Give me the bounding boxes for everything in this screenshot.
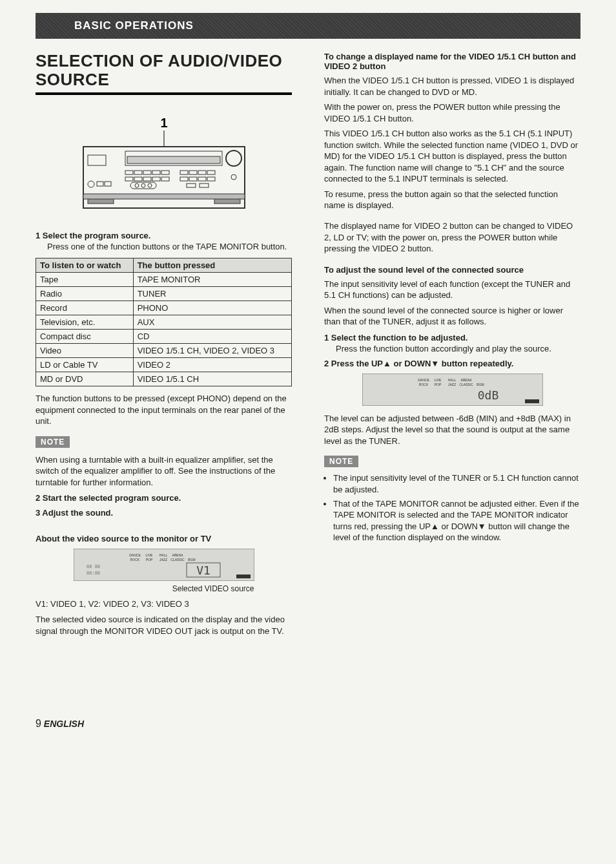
svg-text:88:88: 88:88 [87,571,100,576]
svg-text:DANCE: DANCE [129,553,141,557]
display-caption: Selected VIDEO source [74,584,254,593]
table-row: Compact discCD [36,330,292,344]
svg-text:LIVE: LIVE [434,378,442,382]
left-column: SELECTION OF AUDIO/VIDEO SOURCE 1 [36,45,292,640]
right-p8: The level can be adjusted between -6dB (… [324,413,580,447]
svg-text:ROCK: ROCK [418,383,428,386]
svg-text:JAZZ: JAZZ [448,383,456,386]
table-row: Television, etc.AUX [36,315,292,330]
right-step-1-heading: 1 Select the function to be adjusted. [324,333,580,342]
svg-point-26 [231,174,236,180]
step-3-heading: 3 Adjust the sound. [36,508,292,518]
svg-text:ARENA: ARENA [460,378,472,382]
note-item: That of the TAPE MONITOR cannot be adjus… [333,498,580,543]
step-1-heading: 1 Select the program source. [36,231,292,240]
svg-text:BGM: BGM [188,558,195,562]
svg-rect-18 [198,171,206,174]
right-p3: This VIDEO 1/5.1 CH button also works as… [324,128,580,185]
table-row: LD or Cable TVVIDEO 2 [36,358,292,372]
diagram-callout-number: 1 [160,118,167,130]
source-table: To listen to or watch The button pressed… [36,258,292,386]
change-name-heading: To change a displayed name for the VIDEO… [324,52,580,71]
svg-text:CLASSIC: CLASSIC [170,558,185,562]
svg-text:DANCE: DANCE [418,378,429,382]
svg-rect-7 [134,171,142,174]
page-language: ENGLISH [44,719,84,729]
svg-rect-25 [200,184,209,187]
svg-rect-36 [83,194,245,199]
note-item: The input sensitivity level of the TUNER… [333,472,580,495]
right-p6: The input sensitivity level of each func… [324,279,580,301]
svg-rect-8 [143,171,151,174]
svg-rect-63 [525,399,539,403]
svg-text:JAZZ: JAZZ [159,558,167,562]
note-list-right: The input sensitivity level of the TUNER… [324,472,580,543]
svg-rect-49 [236,574,251,578]
svg-point-27 [88,181,94,187]
step-1-body: Press one of the function buttons or the… [47,242,292,251]
table-row: TapeTAPE MONITOR [36,273,292,287]
svg-text:CLASSIC: CLASSIC [459,383,473,386]
svg-rect-19 [207,171,215,174]
right-p2: With the power on, press the POWER butto… [324,101,580,124]
svg-text:POP: POP [145,558,152,562]
svg-point-32 [141,184,145,187]
svg-text:0dB: 0dB [477,388,498,402]
right-step-1-body: Press the function button accordingly an… [336,344,580,353]
svg-text:HALL: HALL [447,378,456,382]
right-p7: When the sound level of the connected so… [324,305,580,328]
table-row: MD or DVDVIDEO 1/5.1 CH [36,372,292,386]
table-header-button: The button pressed [133,258,291,273]
svg-rect-23 [207,177,215,181]
note-1-text: When using a turntable with a built-in e… [36,454,292,489]
section-banner: BASIC OPERATIONS [36,13,580,39]
svg-rect-22 [198,177,206,181]
svg-text:HALL: HALL [159,553,167,557]
display-panel-level: DANCELIVEHALLARENA ROCKPOPJAZZCLASSICBGM… [362,374,543,408]
note-badge-right: NOTE [324,456,358,467]
svg-point-4 [226,151,241,166]
table-row: RadioTUNER [36,287,292,301]
svg-rect-9 [152,171,160,174]
table-row: VideoVIDEO 1/5.1 CH, VIDEO 2, VIDEO 3 [36,344,292,358]
table-header-listen: To listen to or watch [36,258,134,273]
right-p4: To resume, press the button again so tha… [324,189,580,211]
note-badge: NOTE [36,436,70,448]
video-legend: V1: VIDEO 1, V2: VIDEO 2, V3: VIDEO 3 [36,598,292,610]
svg-text:V1: V1 [196,564,210,577]
svg-rect-16 [180,171,188,174]
page-footer: 9 ENGLISH [36,718,580,730]
about-video-heading: About the video source to the monitor or… [36,534,292,543]
svg-rect-21 [189,177,197,181]
svg-rect-28 [97,182,103,186]
svg-rect-15 [161,177,169,181]
device-diagram: 1 [36,118,292,215]
svg-rect-14 [152,177,160,181]
after-table-note: The function buttons to be pressed (exce… [36,393,292,427]
svg-rect-24 [187,184,196,187]
right-column: To change a displayed name for the VIDEO… [324,45,580,640]
right-p1: When the VIDEO 1/5.1 CH button is presse… [324,75,580,98]
table-row: RecordPHONO [36,301,292,315]
svg-rect-13 [143,177,151,181]
svg-rect-3 [127,156,220,163]
svg-rect-5 [88,155,106,165]
svg-text:ROCK: ROCK [130,558,139,562]
svg-rect-17 [189,171,197,174]
video-paragraph: The selected video source is indicated o… [36,614,292,637]
svg-text:88 88: 88 88 [87,564,100,569]
svg-rect-10 [161,171,169,174]
svg-text:POP: POP [434,383,441,386]
display-panel-video: DANCELIVEHALLARENA ROCKPOPJAZZCLASSICBGM… [74,549,254,593]
step-2-heading: 2 Start the selected program source. [36,493,292,503]
right-step-2-heading: 2 Press the UP▲ or DOWN▼ button repeated… [324,359,580,368]
svg-rect-6 [125,171,133,174]
svg-rect-29 [105,182,111,186]
svg-text:ARENA: ARENA [172,553,183,557]
page-number: 9 [36,718,41,729]
svg-text:BGM: BGM [477,383,484,386]
svg-rect-12 [134,177,142,181]
right-p5: The displayed name for VIDEO 2 button ca… [324,220,580,255]
svg-rect-11 [125,177,133,181]
svg-point-31 [135,184,139,187]
